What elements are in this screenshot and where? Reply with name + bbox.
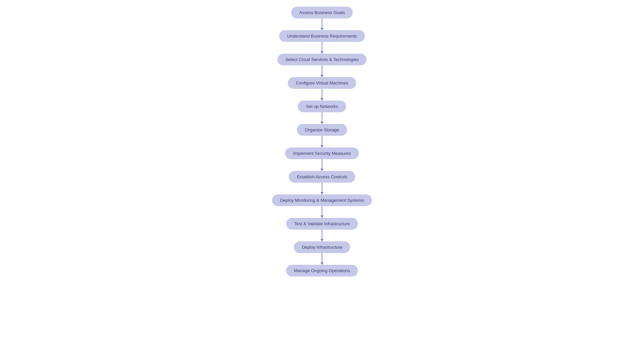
- node-wrapper-manage-ongoing-operations: Manage Ongoing Operations: [286, 265, 358, 277]
- flow-arrow-10: [322, 253, 322, 265]
- node-wrapper-establish-access-controls: Establish Access Controls: [289, 171, 355, 194]
- flow-node-test-validate-infrastructure[interactable]: Test & Validate Infrastructure: [286, 218, 358, 230]
- flow-arrow-5: [322, 136, 322, 147]
- node-wrapper-configure-virtual-machines: Configure Virtual Machines: [288, 77, 356, 101]
- flow-arrow-9: [322, 230, 322, 241]
- node-wrapper-organize-storage: Organize Storage: [297, 124, 347, 147]
- flow-node-assess-business-goals[interactable]: Assess Business Goals: [291, 7, 353, 18]
- node-wrapper-set-up-networks: Set up Networks: [298, 101, 346, 124]
- node-wrapper-deploy-infrastructure: Deploy Infrastructure: [294, 241, 351, 265]
- flow-node-deploy-infrastructure[interactable]: Deploy Infrastructure: [294, 241, 351, 253]
- flow-arrow-7: [322, 183, 322, 194]
- flow-arrow-0: [322, 18, 322, 30]
- node-wrapper-test-validate-infrastructure: Test & Validate Infrastructure: [286, 218, 358, 241]
- flow-node-select-cloud-services[interactable]: Select Cloud Services & Technologies: [277, 54, 367, 65]
- flow-node-understand-business-requirements[interactable]: Understand Business Requirements: [279, 30, 365, 42]
- flow-arrow-2: [322, 65, 322, 77]
- flowchart: Assess Business GoalsUnderstand Business…: [0, 0, 644, 290]
- node-wrapper-deploy-monitoring-management: Deploy Monitoring & Management Systems: [272, 194, 372, 218]
- flow-arrow-8: [322, 206, 322, 218]
- node-wrapper-understand-business-requirements: Understand Business Requirements: [279, 30, 365, 54]
- flow-node-configure-virtual-machines[interactable]: Configure Virtual Machines: [288, 77, 356, 89]
- flow-node-deploy-monitoring-management[interactable]: Deploy Monitoring & Management Systems: [272, 194, 372, 206]
- flow-node-set-up-networks[interactable]: Set up Networks: [298, 101, 346, 112]
- flow-arrow-1: [322, 42, 322, 54]
- flow-node-establish-access-controls[interactable]: Establish Access Controls: [289, 171, 355, 183]
- flow-node-organize-storage[interactable]: Organize Storage: [297, 124, 347, 136]
- flow-arrow-4: [322, 112, 322, 124]
- flow-arrow-3: [322, 89, 322, 101]
- flow-node-manage-ongoing-operations[interactable]: Manage Ongoing Operations: [286, 265, 358, 277]
- node-wrapper-select-cloud-services: Select Cloud Services & Technologies: [277, 54, 367, 77]
- node-wrapper-assess-business-goals: Assess Business Goals: [291, 7, 353, 30]
- node-wrapper-implement-security-measures: Implement Security Measures: [285, 147, 359, 171]
- flow-arrow-6: [322, 159, 322, 171]
- flow-node-implement-security-measures[interactable]: Implement Security Measures: [285, 147, 359, 159]
